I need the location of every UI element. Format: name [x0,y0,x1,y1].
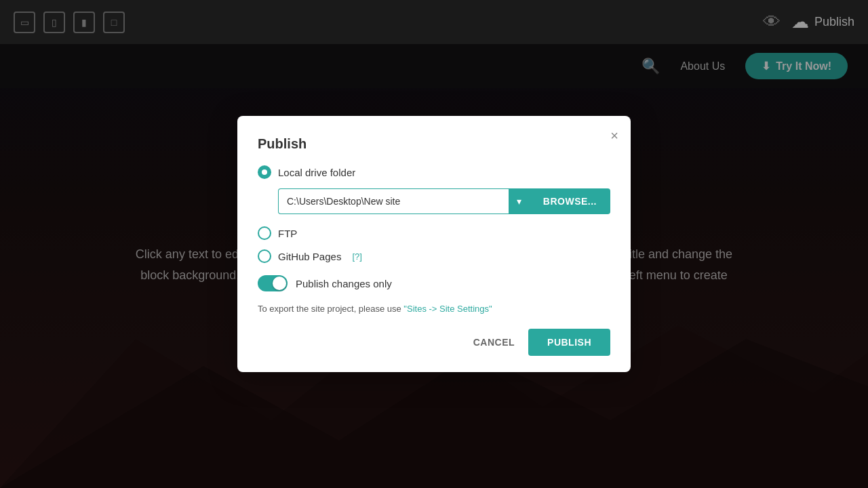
local-drive-radio-circle [258,165,271,179]
modal-close-button[interactable]: × [610,128,618,144]
github-help-link[interactable]: [?] [352,251,361,262]
ftp-radio[interactable]: FTP [258,226,610,240]
publish-modal-button[interactable]: PUBLISH [528,329,610,356]
github-radio-circle [258,249,271,263]
path-input[interactable] [278,188,509,214]
modal-actions: CANCEL PUBLISH [258,329,610,356]
local-drive-label: Local drive folder [278,167,355,178]
export-note-prefix: To export the site project, please use [258,304,403,314]
publish-changes-toggle[interactable] [258,275,288,291]
ftp-label: FTP [278,228,297,239]
toggle-knob [273,277,286,290]
ftp-radio-circle [258,226,271,240]
local-drive-radio[interactable]: Local drive folder [258,165,610,179]
modal-title: Publish [258,136,610,152]
publish-changes-label: Publish changes only [296,278,392,289]
export-note: To export the site project, please use "… [258,304,610,314]
chevron-down-icon: ▾ [517,196,521,207]
cancel-button[interactable]: CANCEL [471,330,517,354]
export-settings-link[interactable]: "Sites -> Site Settings" [403,304,492,314]
path-row: ▾ BROWSE... [278,188,610,214]
path-dropdown-button[interactable]: ▾ [509,188,530,214]
github-radio[interactable]: GitHub Pages [?] [258,249,610,263]
modal-backdrop: Publish × Local drive folder ▾ BROWSE...… [0,0,868,488]
publish-changes-toggle-row: Publish changes only [258,275,610,291]
github-label: GitHub Pages [278,251,341,262]
browse-button[interactable]: BROWSE... [530,188,610,214]
publish-modal: Publish × Local drive folder ▾ BROWSE...… [237,116,631,372]
